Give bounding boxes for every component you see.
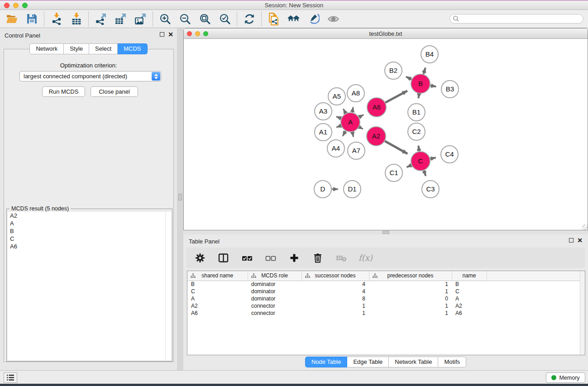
show-columns-icon[interactable] (217, 252, 229, 264)
table-cell[interactable]: A (187, 295, 248, 302)
network-frame-titlebar[interactable]: testGlobe.txt (184, 29, 588, 39)
graph-edge-A-A8[interactable] (352, 107, 353, 113)
network-canvas[interactable]: AA1A2A3A4A5A6A7A8BB1B2B3B4CC1C2C3C4DD1 (184, 39, 587, 229)
tab-network[interactable]: Network (29, 43, 64, 54)
zoom-in-icon[interactable] (159, 13, 171, 25)
split-handle[interactable] (178, 194, 182, 200)
search-input[interactable] (459, 15, 583, 23)
table-cell[interactable]: A2 (452, 302, 487, 310)
open-session-icon[interactable] (6, 13, 18, 25)
close-panel-icon[interactable]: ✕ (577, 238, 583, 243)
float-panel-icon[interactable] (160, 32, 164, 37)
cybrowser-home-icon[interactable] (287, 13, 300, 25)
graph-edge-C-C4[interactable] (430, 157, 435, 159)
tab-select[interactable]: Select (89, 43, 118, 54)
close-panel-icon[interactable]: ✕ (168, 32, 173, 37)
create-column-plus-icon[interactable] (288, 252, 300, 264)
tab-motifs[interactable]: Motifs (438, 357, 466, 367)
export-table-icon[interactable] (115, 13, 127, 25)
graph-edge-A2-C[interactable] (385, 141, 407, 154)
export-network-icon[interactable] (95, 13, 107, 25)
graph-edge-A-A1[interactable] (336, 126, 341, 128)
float-panel-icon[interactable] (569, 238, 574, 243)
graph-edge-A-A4[interactable] (343, 131, 345, 136)
table-cell[interactable]: dominator (248, 295, 301, 302)
graph-edge-B-B1[interactable] (418, 94, 419, 99)
tab-network-table[interactable]: Network Table (389, 357, 438, 367)
toggle-views-eye-icon[interactable] (327, 13, 339, 25)
tab-style[interactable]: Style (64, 43, 89, 54)
table-cell[interactable]: A6 (187, 310, 248, 317)
zoom-selected-icon[interactable] (219, 13, 231, 25)
table-cell[interactable]: 1 (369, 310, 452, 317)
select-all-check-icon[interactable] (241, 252, 253, 264)
list-scrollbar-track[interactable] (165, 212, 166, 360)
table-cell[interactable]: 1 (369, 281, 452, 288)
table-cell[interactable]: 8 (301, 295, 369, 302)
graph-edge-A-A6[interactable] (359, 114, 363, 117)
table-cell[interactable]: 4 (301, 281, 369, 288)
resize-grip-icon[interactable] (582, 224, 588, 230)
split-handle[interactable] (382, 231, 389, 234)
network-graph[interactable]: AA1A2A3A4A5A6A7A8BB1B2B3B4CC1C2C3C4DD1 (184, 39, 587, 229)
close-panel-button[interactable]: Close panel (91, 86, 138, 97)
table-cell[interactable]: C (452, 288, 487, 295)
export-image-icon[interactable] (134, 13, 147, 25)
column-header-shared-name[interactable]: shared name (187, 271, 248, 281)
tab-mcds[interactable]: MCDS (118, 43, 147, 54)
table-cell[interactable]: A (452, 295, 487, 302)
table-cell[interactable]: A6 (452, 310, 487, 317)
delete-columns-trash-icon[interactable] (311, 252, 324, 264)
table-cell[interactable]: 0 (369, 295, 452, 302)
mcds-result-item[interactable]: A2 (8, 212, 171, 219)
graph-edge-C-C3[interactable] (424, 171, 425, 176)
graph-edge-C-C1[interactable] (406, 165, 411, 167)
mcds-result-item[interactable]: B (8, 227, 171, 235)
graph-edge-A-A5[interactable] (343, 109, 345, 113)
tab-node-table[interactable]: Node Table (305, 357, 348, 367)
column-header-successor-nodes[interactable]: successor nodes (301, 271, 369, 281)
criterion-select[interactable]: largest connected component (directed) (19, 71, 161, 81)
table-cell[interactable]: 1 (301, 310, 369, 317)
run-mcds-button[interactable]: Run MCDS (42, 86, 85, 97)
zoom-fit-icon[interactable] (199, 13, 211, 25)
table-settings-gear-icon[interactable] (194, 252, 206, 264)
table-cell[interactable]: dominator (248, 288, 301, 295)
mcds-result-item[interactable]: C (8, 235, 171, 243)
horizontal-split-divider[interactable] (183, 230, 588, 234)
graph-edge-B-B2[interactable] (406, 77, 411, 80)
column-header-name[interactable]: name (452, 271, 487, 281)
table-cell[interactable]: connector (248, 310, 301, 317)
table-scrollbar-track[interactable] (580, 271, 585, 355)
column-header-predecessor-nodes[interactable]: predecessor nodes (369, 271, 452, 281)
table-cell[interactable]: A2 (187, 302, 248, 310)
table-cell[interactable]: 4 (301, 288, 369, 295)
task-history-button[interactable] (4, 372, 17, 383)
graph-edge-B-B4[interactable] (424, 68, 425, 74)
hide-graphics-details-icon[interactable] (307, 13, 320, 25)
import-network-icon[interactable] (50, 13, 62, 25)
tab-edge-table[interactable]: Edge Table (347, 357, 389, 367)
table-cell[interactable]: C (187, 288, 248, 295)
graph-edge-A-A7[interactable] (352, 132, 353, 137)
table-cell[interactable]: B (187, 281, 248, 288)
graph-edge-B-B3[interactable] (430, 86, 436, 86)
graph-edge-C-C2[interactable] (418, 146, 419, 152)
table-cell[interactable]: dominator (248, 281, 301, 288)
memory-button[interactable]: Memory (546, 372, 585, 383)
vertical-split-divider[interactable] (177, 28, 183, 370)
apply-layout-icon[interactable] (243, 13, 255, 25)
graph-edge-A-A3[interactable] (336, 117, 341, 119)
zoom-out-icon[interactable] (179, 13, 191, 25)
graph-edge-A-A2[interactable] (359, 127, 363, 129)
table-cell[interactable]: 1 (301, 302, 369, 310)
table-cell[interactable]: connector (248, 302, 301, 310)
mcds-result-list[interactable]: A2ABCA6 (8, 212, 171, 360)
table-cell[interactable]: 1 (369, 288, 452, 295)
save-session-icon[interactable] (26, 13, 38, 25)
import-table-icon[interactable] (70, 13, 82, 25)
deselect-all-check-icon[interactable] (264, 252, 277, 264)
search-field[interactable] (449, 14, 583, 24)
table-cell[interactable]: 1 (369, 302, 452, 310)
column-header-mcds-role[interactable]: MCDS role (248, 271, 301, 281)
